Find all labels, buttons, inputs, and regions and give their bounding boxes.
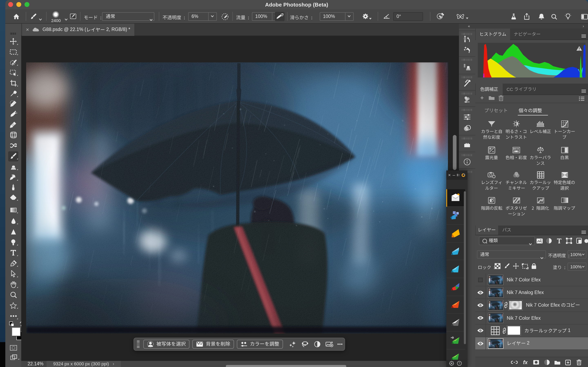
svg-text:?: ? <box>458 361 460 365</box>
